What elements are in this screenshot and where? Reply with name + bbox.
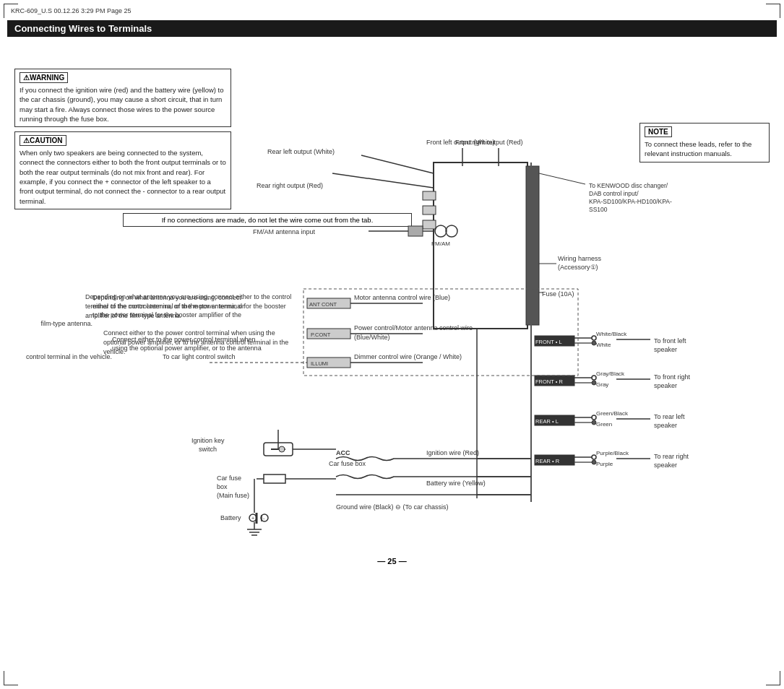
svg-text:Fuse (10A): Fuse (10A) [542,290,574,298]
svg-text:Green: Green [596,421,612,428]
svg-text:Ground wire (Black) ⊖ (To car : Ground wire (Black) ⊖ (To car chassis) [336,503,449,511]
corner-mark-tl [4,4,18,18]
svg-text:Ignition key: Ignition key [191,437,225,444]
svg-text:-: - [263,516,265,521]
svg-rect-109 [264,474,285,483]
svg-text:control terminal in the vehicl: control terminal in the vehicle. [26,353,112,360]
header-bar: KRC-609_U.S 00.12.26 3:29 PM Page 25 [7,7,777,14]
svg-rect-2 [423,206,436,214]
svg-text:ACC: ACC [336,449,350,456]
corner-mark-tr [766,4,780,18]
svg-rect-1 [423,191,436,200]
svg-text:FRONT • L: FRONT • L [535,339,562,345]
svg-text:Battery: Battery [220,514,241,521]
svg-text:White: White [596,342,611,348]
svg-text:P.CONT: P.CONT [311,332,331,338]
svg-text:speaker: speaker [654,346,677,353]
svg-text:To rear left: To rear left [654,413,685,420]
svg-text:REAR • R: REAR • R [535,458,560,464]
svg-text:KPA-SD100/KPA-HD100/KPA-: KPA-SD100/KPA-HD100/KPA- [589,198,672,205]
svg-text:REAR • L: REAR • L [535,418,559,425]
svg-text:speaker: speaker [654,462,677,469]
antenna-desc-1: Depending on what antenna you are using,… [85,292,295,321]
section-title: Connecting Wires to Terminals [7,20,777,37]
svg-text:Gray/Black: Gray/Black [596,370,625,377]
svg-text:film-type antenna.: film-type antenna. [40,320,92,327]
svg-line-12 [539,173,585,184]
antenna-desc-2: Connect either to the power control term… [103,329,295,357]
svg-text:speaker: speaker [654,422,677,429]
svg-text:To KENWOOD disc changer/: To KENWOOD disc changer/ [589,182,668,189]
svg-text:Motor antenna control wire (Bl: Motor antenna control wire (Blue) [354,294,450,301]
svg-text:Gray: Gray [596,381,608,388]
page-container: KRC-609_U.S 00.12.26 3:29 PM Page 25 Con… [0,0,784,689]
svg-text:speaker: speaker [654,382,677,389]
svg-line-10 [332,173,434,188]
svg-line-8 [361,155,434,173]
svg-text:+: + [251,516,254,521]
svg-text:FM/AM: FM/AM [431,240,450,247]
svg-text:FM/AM antenna input: FM/AM antenna input [253,228,316,235]
svg-text:SS100: SS100 [589,206,608,213]
front-right-label: Front right output (Red) [455,139,523,146]
svg-rect-7 [526,166,539,325]
svg-text:FRONT • R: FRONT • R [535,378,563,385]
svg-point-4 [435,225,447,237]
svg-text:To rear right: To rear right [654,453,689,460]
svg-text:To front right: To front right [654,373,691,381]
page-number: — 25 — [7,557,777,566]
svg-rect-3 [423,220,436,229]
svg-text:Ignition wire (Red): Ignition wire (Red) [426,449,479,456]
rear-right-label: Rear right output (Red) [257,182,323,189]
rear-left-label: Rear left output (White) [267,148,335,155]
svg-text:ILLUMI: ILLUMI [311,360,328,367]
svg-text:Wiring harness: Wiring harness [558,255,602,262]
svg-text:Purple: Purple [596,461,613,467]
svg-text:White/Black: White/Black [596,331,627,337]
corner-mark-br [766,671,780,685]
svg-text:ANT CONT: ANT CONT [309,301,337,308]
svg-text:DAB control input/: DAB control input/ [589,190,639,197]
svg-text:Car fuse box: Car fuse box [329,460,366,467]
svg-text:(Main fuse): (Main fuse) [217,492,249,499]
svg-text:Purple/Black: Purple/Black [596,450,629,456]
svg-text:(Blue/White): (Blue/White) [354,334,390,341]
svg-text:Dimmer control wire (Orange / : Dimmer control wire (Orange / White) [354,353,462,360]
svg-text:(Accessory①): (Accessory①) [558,264,598,271]
corner-mark-bl [4,671,18,685]
file-info: KRC-609_U.S 00.12.26 3:29 PM Page 25 [11,7,132,14]
svg-text:Green/Black: Green/Black [596,410,629,417]
svg-point-5 [446,225,457,237]
svg-text:Car fuse: Car fuse [217,474,241,482]
svg-text:To front left: To front left [654,337,686,344]
svg-text:box: box [217,483,228,490]
svg-text:switch: switch [199,446,217,453]
svg-point-96 [279,446,285,452]
svg-text:Power control/Motor antenna co: Power control/Motor antenna control wire [354,324,473,332]
svg-rect-18 [408,226,423,236]
